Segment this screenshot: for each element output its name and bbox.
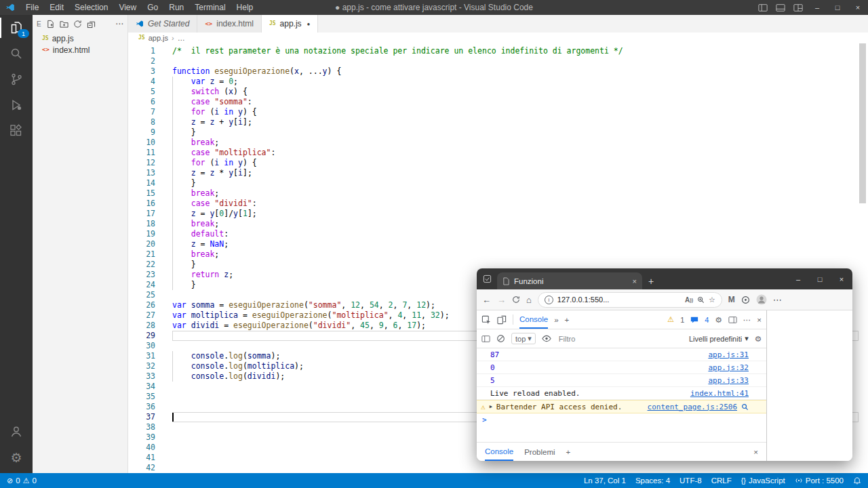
reload-icon[interactable] (512, 296, 520, 304)
drawer-close-icon[interactable]: × (753, 448, 758, 456)
activity-extensions-button[interactable] (0, 118, 33, 144)
home-icon[interactable]: ⌂ (526, 296, 532, 304)
status-javascript[interactable]: {}JavaScript (741, 476, 785, 485)
editor-scrollbar[interactable] (859, 43, 866, 203)
more-tabs-icon[interactable]: » (554, 316, 558, 324)
page-content[interactable] (767, 310, 852, 461)
forward-icon[interactable]: → (497, 296, 506, 304)
browser-tab[interactable]: Funzioni × (497, 272, 642, 289)
warning-badge-icon[interactable]: ⚠ (667, 315, 674, 324)
add-panel-icon[interactable]: + (565, 316, 570, 324)
breadcrumb[interactable]: JS app.js › … (128, 33, 868, 43)
status-utf-8[interactable]: UTF-8 (679, 476, 702, 485)
source-link[interactable]: app.js:31 (708, 350, 749, 359)
menu-help[interactable]: Help (231, 0, 259, 15)
menu-selection[interactable]: Selection (69, 0, 113, 15)
devtools-menu-icon[interactable]: ⋯ (743, 315, 751, 325)
problems-status[interactable]: ⊘ 0 ⚠ 0 (7, 476, 37, 485)
inspect-element-icon[interactable] (481, 315, 491, 325)
drawer-tab-problemi[interactable]: Problemi (524, 443, 555, 461)
drawer-add-icon[interactable]: + (566, 448, 571, 456)
activity-bar: 1 ⚙ (0, 15, 33, 473)
console-settings-icon[interactable]: ⚙ (755, 334, 762, 344)
live-expression-eye-icon[interactable] (542, 335, 551, 342)
maximize-button[interactable]: □ (827, 0, 848, 15)
activity-source-control-button[interactable] (0, 66, 33, 92)
address-bar[interactable]: i 127.0.0.1:550... A)) ☆ (538, 292, 722, 308)
refresh-icon[interactable] (73, 20, 82, 28)
menu-view[interactable]: View (113, 0, 142, 15)
extension-icon[interactable] (741, 296, 750, 304)
tab-actions-icon[interactable] (477, 268, 497, 289)
context-selector[interactable]: top ▾ (511, 333, 536, 344)
console-prompt[interactable]: > (477, 413, 766, 426)
line-number: 2 (128, 56, 155, 66)
expand-icon[interactable]: ▶ (490, 404, 492, 409)
close-button[interactable]: × (848, 0, 868, 15)
device-emulation-icon[interactable] (497, 315, 507, 325)
file-app.js[interactable]: JSapp.js (33, 33, 127, 44)
devtools-settings-icon[interactable]: ⚙ (715, 315, 722, 325)
url-text[interactable]: 127.0.0.1:550... (557, 296, 681, 304)
console-filter-input[interactable] (557, 334, 648, 344)
breadcrumb-symbol[interactable]: … (178, 34, 185, 42)
tab-index.html[interactable]: <>index.html (197, 15, 262, 33)
activity-explorer-button[interactable]: 1 (0, 15, 33, 41)
broadcast-icon (795, 476, 803, 485)
new-folder-icon[interactable] (60, 20, 68, 28)
new-file-icon[interactable] (46, 20, 55, 28)
menu-go[interactable]: Go (142, 0, 163, 15)
browser-close-button[interactable]: × (831, 268, 852, 289)
console-sidebar-icon[interactable] (481, 335, 490, 343)
new-tab-button[interactable]: + (642, 272, 660, 289)
source-link[interactable]: app.js:32 (708, 363, 749, 372)
more-actions-icon[interactable]: ⋯ (115, 19, 123, 28)
line-number: 33 (128, 371, 155, 382)
drawer-tab-console[interactable]: Console (485, 443, 513, 461)
source-link[interactable]: index.html:41 (690, 389, 749, 398)
browser-maximize-button[interactable]: □ (809, 268, 831, 289)
site-info-icon[interactable]: i (545, 296, 553, 304)
toggle-sidebar-icon[interactable] (754, 0, 772, 15)
menu-edit[interactable]: Edit (44, 0, 69, 15)
status-crlf[interactable]: CRLF (711, 476, 732, 485)
toggle-panel-icon[interactable] (772, 0, 789, 15)
tab-close-icon[interactable]: × (633, 277, 637, 285)
notifications-bell-icon[interactable] (853, 476, 861, 485)
dock-side-icon[interactable] (728, 316, 737, 324)
collapse-all-icon[interactable] (87, 20, 96, 28)
menu-terminal[interactable]: Terminal (189, 0, 231, 15)
source-link[interactable]: content_page.js:2506 (648, 403, 737, 411)
back-icon[interactable]: ← (482, 296, 491, 304)
favorites-star-icon[interactable]: ☆ (709, 296, 715, 304)
read-aloud-icon[interactable]: A)) (685, 296, 693, 304)
activity-run-debug-button[interactable] (0, 92, 33, 118)
accounts-button[interactable] (0, 419, 33, 445)
tab-label: app.js (280, 19, 302, 28)
browser-minimize-button[interactable]: – (787, 268, 809, 289)
issues-icon[interactable] (690, 316, 698, 324)
customize-layout-icon[interactable] (789, 0, 807, 15)
status-spaces-4[interactable]: Spaces: 4 (635, 476, 670, 485)
menu-run[interactable]: Run (163, 0, 189, 15)
browser-menu-icon[interactable]: ⋯ (773, 296, 782, 304)
tab-get-started[interactable]: Get Started (128, 15, 197, 33)
breadcrumb-file[interactable]: app.js (149, 34, 168, 42)
log-levels-selector[interactable]: Livelli predefiniti ▾ (689, 334, 749, 343)
search-source-icon[interactable] (741, 403, 749, 411)
profile-avatar[interactable] (756, 294, 767, 305)
file-index.html[interactable]: <>index.html (33, 44, 127, 56)
status-ln-37-col-1[interactable]: Ln 37, Col 1 (584, 476, 626, 485)
devtools-close-icon[interactable]: × (757, 316, 762, 324)
source-link[interactable]: app.js:33 (708, 376, 749, 385)
m-extension-icon[interactable]: M (728, 296, 735, 304)
zoom-icon[interactable] (697, 296, 705, 304)
clear-console-icon[interactable] (496, 334, 505, 343)
minimize-button[interactable]: – (807, 0, 827, 15)
settings-button[interactable]: ⚙ (0, 445, 33, 470)
activity-search-button[interactable] (0, 41, 33, 66)
devtools-tab-console[interactable]: Console (519, 310, 548, 329)
status-port-5500[interactable]: Port : 5500 (795, 476, 844, 485)
tab-app.js[interactable]: JSapp.js● (262, 15, 319, 33)
menu-file[interactable]: File (20, 0, 44, 15)
